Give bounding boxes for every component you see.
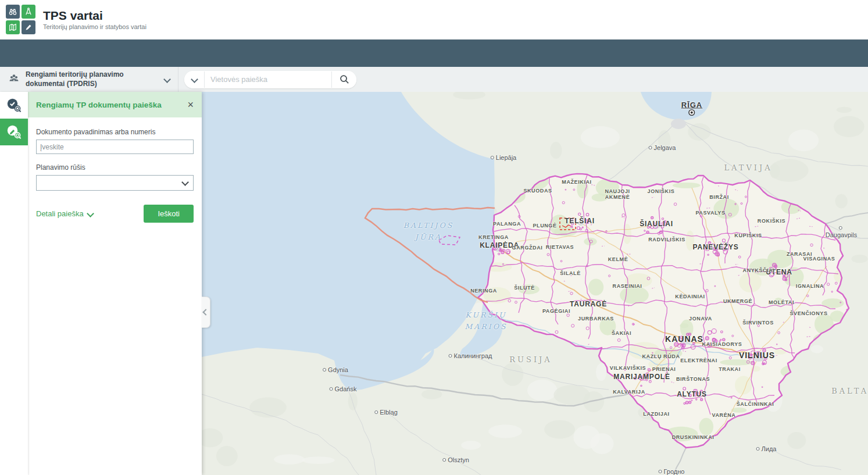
document-name-input[interactable] (36, 140, 194, 154)
chevron-down-icon (163, 76, 171, 83)
top-nav-bar (0, 40, 868, 67)
page-subtitle: Teritorijų planavimo ir statybos vartai (43, 23, 147, 30)
app-header: TPS vartai Teritorijų planavimo ir staty… (0, 0, 868, 40)
place-search (184, 71, 356, 88)
app-logo (6, 5, 35, 34)
map-canvas[interactable]: RĪGAJelgavaLiepājaLATVIJADaugavpilsRUSIJ… (202, 92, 868, 475)
panel-collapse-handle[interactable] (202, 297, 210, 328)
close-icon[interactable]: × (187, 99, 194, 110)
planning-type-select[interactable] (36, 175, 194, 191)
drafting-compass-icon (22, 5, 35, 19)
panel-title: Rengiamų TP dokumentų paieška (36, 101, 162, 109)
map-toolbar: Rengiami teritorijų planavimo dokumentai… (0, 67, 868, 92)
toolbar-divider (178, 67, 178, 92)
search-button[interactable]: Ieškoti (144, 205, 194, 223)
map-icon (6, 20, 20, 34)
search-options-dropdown[interactable] (184, 71, 204, 88)
main-area: Rengiamų TP dokumentų paieška × Dokument… (0, 92, 868, 475)
binoculars-icon (6, 5, 20, 19)
panel-body: Dokumento pavadinimas arba numeris Plana… (28, 117, 202, 227)
basemap (202, 92, 868, 475)
panel-actions: Detali paieška Ieškoti (36, 205, 194, 223)
prepared-documents-search-button[interactable] (0, 119, 28, 145)
detailed-search-label: Detali paieška (36, 209, 84, 218)
search-icon (339, 74, 350, 85)
approved-documents-search-button[interactable] (0, 92, 28, 119)
place-search-button[interactable] (332, 71, 356, 88)
place-search-input[interactable] (204, 72, 332, 88)
layer-selector-label: Rengiami teritorijų planavimo dokumentai… (26, 70, 159, 88)
chevron-left-icon (202, 309, 209, 315)
detailed-search-link[interactable]: Detali paieška (36, 209, 93, 218)
pencil-search-icon (6, 124, 22, 140)
layer-selector-dropdown[interactable]: Rengiami teritorijų planavimo dokumentai… (0, 70, 178, 88)
chevron-down-icon (87, 210, 94, 217)
page-title: TPS vartai (43, 9, 147, 22)
document-search-panel: Rengiamų TP dokumentų paieška × Dokument… (28, 92, 202, 475)
check-search-icon (6, 98, 22, 113)
tool-rail (0, 92, 28, 475)
group-icon (8, 73, 20, 87)
panel-header: Rengiamų TP dokumentų paieška × (28, 92, 202, 117)
document-name-label: Dokumento pavadinimas arba numeris (36, 128, 194, 136)
brush-icon (22, 20, 35, 34)
planning-type-select-wrap (36, 175, 194, 191)
chevron-down-icon (191, 76, 198, 83)
planning-type-label: Planavimo rūšis (36, 163, 194, 172)
